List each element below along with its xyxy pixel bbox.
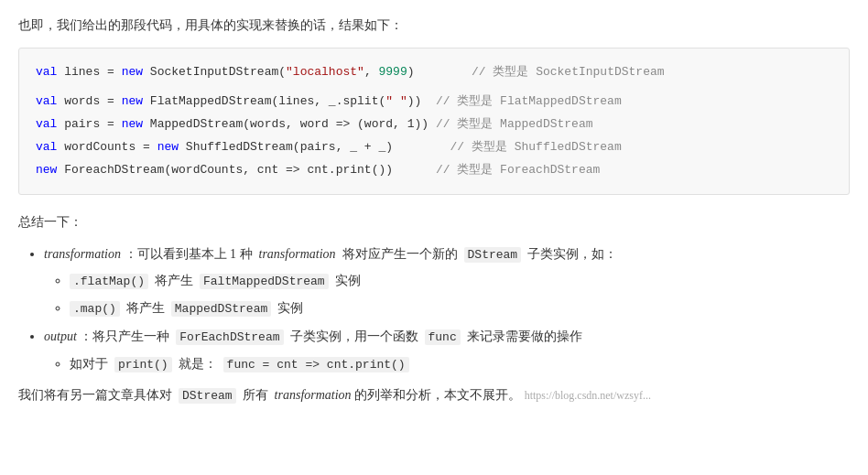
comment-text: // 类型是 ForeachDStream [436, 159, 600, 182]
keyword-new: new [157, 136, 179, 159]
code-block: val lines = new SocketInputDStream( "loc… [18, 48, 850, 195]
sub2-text: 将产生 [126, 301, 165, 315]
sub-item-map: .map() 将产生 MappedDStream 实例 [70, 297, 850, 319]
bullet-output: output ：将只产生一种 ForEachDStream 子类实例，用一个函数… [44, 325, 850, 375]
code-text: ) [407, 61, 458, 84]
flatmapped-code: FaltMappedDStream [200, 274, 329, 289]
code-line-5: new ForeachDStream(wordCounts, cnt => cn… [36, 159, 832, 182]
code-text: wordCounts = [57, 136, 157, 159]
code-text: )) [407, 91, 429, 113]
code-text: MappedDStream(words, word => (word, 1)) [143, 113, 436, 136]
code-line-3: val pairs = new MappedDStream(words, wor… [36, 113, 832, 136]
keyword-new: new [36, 159, 57, 182]
number-literal: 9999 [379, 61, 407, 84]
sub-item-print: 如对于 print() 就是： func = cnt => cnt.print(… [70, 352, 850, 375]
footer-transformation-italic: transformation [275, 388, 352, 402]
footer-text: 我们将有另一篇文章具体对 DStream 所有 transformation 的… [18, 384, 850, 406]
sub2-text2: 实例 [277, 301, 303, 315]
footer-text1: 我们将有另一篇文章具体对 [18, 388, 172, 402]
code-line-4: val wordCounts = new ShuffledDStream(pai… [36, 136, 832, 159]
watermark: https://blog.csdn.net/wzsyf... [525, 389, 651, 402]
mappeddstream-code: MappedDStream [171, 301, 271, 317]
sub-item-flatmap: .flatMap() 将产生 FaltMappedDStream 实例 [70, 269, 850, 292]
bullet1-text1: ：可以看到基本上 1 种 [125, 247, 253, 261]
intro-text: 也即，我们给出的那段代码，用具体的实现来替换的话，结果如下： [18, 15, 850, 37]
foreachdstream-code: ForEachDStream [176, 329, 283, 345]
bullet1-text2: 将对应产生一个新的 [342, 247, 458, 261]
output-italic: output [44, 329, 77, 343]
comment-text: // 类型是 ShuffledDStream [450, 136, 621, 159]
code-text: , [364, 61, 379, 84]
bullet2-text2: 子类实例，用一个函数 [290, 329, 418, 343]
footer-text3: 的列举和分析，本文不展开。 [354, 388, 521, 402]
code-text: FlatMappedDStream(lines, _.split( [143, 91, 385, 113]
transformation-italic2: transformation [259, 247, 336, 261]
code-line-1: val lines = new SocketInputDStream( "loc… [36, 61, 832, 84]
map-code: .map() [70, 301, 120, 317]
code-text: words = [57, 91, 121, 113]
code-text: pairs = [57, 113, 121, 136]
transformation-sub-list: .flatMap() 将产生 FaltMappedDStream 实例 .map… [44, 269, 850, 319]
cnt-print-code: func = cnt => cnt.print() [223, 357, 409, 372]
string-literal: "localhost" [286, 61, 364, 84]
bullet-transformation: transformation ：可以看到基本上 1 种 transformati… [44, 243, 850, 319]
comment-text: // 类型是 FlatMappedDStream [429, 91, 622, 113]
keyword-val: val [36, 136, 57, 159]
code-line-2: val words = new FlatMappedDStream(lines,… [36, 91, 832, 113]
sub3-text1: 如对于 [70, 357, 108, 371]
keyword-val: val [36, 113, 57, 136]
summary-list: transformation ：可以看到基本上 1 种 transformati… [18, 243, 850, 375]
sub1-text: 将产生 [155, 274, 193, 287]
code-text: ForeachDStream(wordCounts, cnt => cnt.pr… [57, 159, 435, 182]
keyword-new: new [122, 113, 143, 136]
comment-text: // 类型是 MappedDStream [436, 113, 593, 136]
keyword-new: new [122, 91, 143, 113]
footer-dstream-code: DStream [179, 388, 236, 404]
code-text: lines = [57, 61, 121, 84]
keyword-new: new [122, 61, 143, 84]
keyword-val: val [36, 91, 57, 113]
code-text: ShuffledDStream(pairs, _ + _) [179, 136, 450, 159]
dstream-code: DStream [464, 247, 522, 263]
print-code: print() [114, 357, 172, 372]
bullet2-text1: ：将只产生一种 [80, 329, 169, 343]
sub3-text2: 就是： [179, 357, 217, 371]
func-code: func [425, 329, 461, 345]
string-literal: " " [385, 91, 407, 113]
footer-text2: 所有 [243, 388, 268, 402]
output-sub-list: 如对于 print() 就是： func = cnt => cnt.print(… [44, 352, 850, 375]
transformation-italic: transformation [44, 247, 121, 261]
flatmap-code: .flatMap() [70, 274, 148, 289]
comment-text: // 类型是 SocketInputDStream [457, 61, 664, 84]
bullet1-text3: 子类实例，如： [527, 247, 617, 261]
code-text: SocketInputDStream( [143, 61, 286, 84]
keyword-val: val [36, 61, 57, 84]
bullet2-text3: 来记录需要做的操作 [467, 329, 582, 343]
sub1-text2: 实例 [335, 274, 361, 287]
summary-title: 总结一下： [18, 211, 850, 233]
